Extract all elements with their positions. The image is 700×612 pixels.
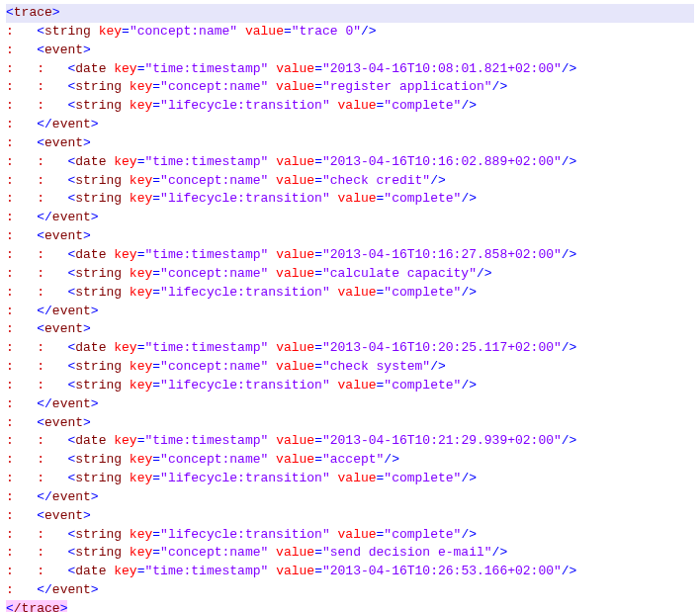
event-attr-line: : : <date key="time:timestamp" value="20… — [6, 153, 694, 172]
event-close: : </event> — [6, 116, 694, 134]
trace-close-line: </trace> — [6, 600, 694, 612]
event-close: : </event> — [6, 303, 694, 321]
event-open: : <event> — [6, 320, 694, 339]
event-close: : </event> — [6, 209, 694, 227]
event-close: : </event> — [6, 395, 694, 414]
xml-code-block: <trace> : <string key="concept:name" val… — [0, 0, 700, 612]
event-attr-line: : : <string key="lifecycle:transition" v… — [6, 377, 694, 395]
event-attr-line: : : <date key="time:timestamp" value="20… — [6, 339, 694, 358]
event-attr-line: : : <string key="concept:name" value="ca… — [6, 265, 694, 284]
event-attr-line: : : <string key="concept:name" value="ac… — [6, 451, 694, 470]
event-attr-line: : : <string key="lifecycle:transition" v… — [6, 526, 694, 545]
event-attr-line: : : <date key="time:timestamp" value="20… — [6, 246, 694, 265]
event-attr-line: : : <string key="concept:name" value="se… — [6, 544, 694, 563]
event-open: : <event> — [6, 227, 694, 246]
event-open: : <event> — [6, 134, 694, 153]
event-attr-line: : : <string key="lifecycle:transition" v… — [6, 97, 694, 116]
event-open: : <event> — [6, 414, 694, 433]
event-attr-line: : : <string key="concept:name" value="re… — [6, 78, 694, 97]
event-open: : <event> — [6, 42, 694, 60]
trace-name-line: : <string key="concept:name" value="trac… — [6, 23, 694, 42]
event-attr-line: : : <string key="concept:name" value="ch… — [6, 358, 694, 377]
event-close: : </event> — [6, 488, 694, 507]
event-attr-line: : : <string key="lifecycle:transition" v… — [6, 284, 694, 303]
event-attr-line: : : <date key="time:timestamp" value="20… — [6, 563, 694, 581]
event-attr-line: : : <date key="time:timestamp" value="20… — [6, 60, 694, 79]
event-open: : <event> — [6, 507, 694, 526]
event-attr-line: : : <string key="lifecycle:transition" v… — [6, 470, 694, 488]
event-attr-line: : : <string key="concept:name" value="ch… — [6, 172, 694, 191]
trace-open-line: <trace> — [6, 4, 694, 23]
event-attr-line: : : <date key="time:timestamp" value="20… — [6, 432, 694, 451]
event-close: : </event> — [6, 581, 694, 600]
event-attr-line: : : <string key="lifecycle:transition" v… — [6, 190, 694, 209]
